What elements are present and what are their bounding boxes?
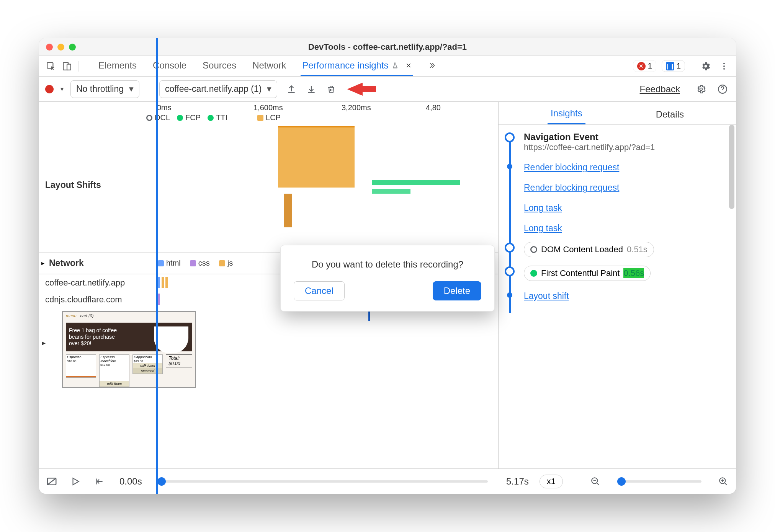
fcp-label: First Contentful Paint [541, 268, 620, 278]
kebab-menu-icon[interactable] [718, 60, 731, 73]
insight-layout-shift[interactable]: Layout shift [518, 289, 728, 301]
long-task-link[interactable]: Long task [524, 223, 562, 233]
cls-segment-2[interactable] [372, 189, 410, 194]
expand-filmstrip-icon[interactable]: ▸ [42, 339, 46, 347]
thumb-promo: Free 1 bag of coffee beans for purchase … [69, 327, 123, 346]
timeline-node-icon [505, 132, 515, 142]
timeline-node-icon [505, 243, 515, 253]
timeline-scrubber[interactable] [157, 480, 488, 483]
time-ruler[interactable]: 0ms 1,600ms 3,200ms 4,80 DCL FCP TTI LCP [39, 102, 498, 126]
insight-render-blocking-2[interactable]: Render blocking request [518, 181, 728, 193]
zoom-in-icon[interactable] [717, 475, 730, 488]
insight-long-task-2[interactable]: Long task [518, 222, 728, 233]
tab-network[interactable]: Network [251, 56, 288, 76]
panel-tabs: Elements Console Sources Network Perform… [97, 56, 438, 76]
insights-list: Navigation Event https://coffee-cart.net… [499, 125, 736, 317]
message-icon: ❙❙ [666, 62, 674, 70]
recording-select[interactable]: coffee-cart.netlify.app (1) ▾ [159, 80, 277, 98]
zoom-slider[interactable] [617, 480, 701, 483]
ring-icon [530, 246, 537, 253]
legend-tti: TTI [208, 113, 227, 122]
layout-shifts-lane[interactable]: Layout Shifts [39, 126, 498, 253]
devtools-tabs-bar: Elements Console Sources Network Perform… [39, 56, 736, 77]
upload-icon[interactable] [284, 82, 299, 96]
close-tab-icon[interactable] [405, 62, 412, 69]
nav-url: https://coffee-cart.netlify.app/?ad=1 [524, 142, 728, 152]
frame-thumbnail[interactable]: menu cart (0) Free 1 bag of coffee beans… [62, 311, 196, 388]
delete-confirm-dialog: Do you want to delete this recording? Ca… [280, 245, 495, 312]
inspect-element-icon[interactable] [44, 60, 57, 73]
legend-lcp: LCP [257, 113, 281, 122]
filmstrip-lane[interactable]: ▸ menu cart (0) Free 1 bag of coffee bea… [39, 308, 498, 392]
svg-rect-6 [361, 86, 376, 92]
feedback-link[interactable]: Feedback [640, 84, 680, 95]
insights-track [509, 135, 511, 313]
rewind-icon[interactable] [93, 475, 106, 488]
cancel-button[interactable]: Cancel [294, 281, 345, 300]
tab-sources[interactable]: Sources [201, 56, 238, 76]
tab-label: Performance insights [302, 60, 388, 71]
screenshot-toggle-icon[interactable] [45, 475, 58, 488]
layout-shift-link[interactable]: Layout shift [524, 291, 569, 301]
svg-point-7 [700, 88, 703, 90]
timeline-node-icon [505, 266, 515, 276]
render-blocking-link[interactable]: Render blocking request [524, 183, 619, 193]
insight-fcp[interactable]: First Contentful Paint 0.56s [518, 266, 728, 281]
scrubber-knob[interactable] [157, 477, 166, 486]
perf-toolbar: ▾ No throttling ▾ coffee-cart.netlify.ap… [39, 77, 736, 102]
download-icon[interactable] [304, 82, 319, 96]
tab-details[interactable]: Details [653, 104, 687, 124]
host-name: coffee-cart.netlify.app [45, 278, 125, 288]
errors-count: 1 [648, 62, 652, 70]
render-blocking-link[interactable]: Render blocking request [524, 162, 619, 173]
insights-tabs: Insights Details [499, 102, 736, 125]
playhead-indicator[interactable] [156, 102, 158, 468]
expand-network-icon[interactable]: ▸ [41, 259, 44, 267]
settings-icon[interactable] [699, 60, 712, 73]
time-start: 0.00s [119, 476, 142, 487]
insight-navigation[interactable]: Navigation Event https://coffee-cart.net… [518, 132, 728, 152]
svg-rect-2 [67, 64, 71, 70]
gear-icon[interactable] [694, 82, 708, 96]
tab-elements[interactable]: Elements [97, 56, 138, 76]
tick-1: 1,600ms [253, 103, 283, 112]
throttling-select[interactable]: No throttling ▾ [70, 80, 139, 98]
insight-render-blocking-1[interactable]: Render blocking request [518, 161, 728, 173]
delete-icon[interactable] [324, 82, 338, 96]
long-task-bar[interactable] [284, 194, 292, 227]
insights-panel: Insights Details Navigation Event https:… [499, 102, 736, 468]
help-icon[interactable] [715, 82, 730, 96]
zoom-out-icon[interactable] [589, 475, 602, 488]
dialog-message: Do you want to delete this recording? [294, 259, 481, 270]
error-icon: ✕ [637, 62, 646, 70]
long-task-link[interactable]: Long task [524, 203, 562, 213]
errors-badge[interactable]: ✕ 1 [633, 60, 656, 72]
window-title: DevTools - coffee-cart.netlify.app/?ad=1 [39, 42, 736, 52]
more-tabs-button[interactable] [426, 56, 438, 76]
tick-2: 3,200ms [342, 103, 371, 112]
cls-segment-1[interactable] [372, 180, 460, 185]
lcp-block[interactable] [278, 126, 355, 188]
dcl-chip[interactable]: DOM Content Loaded 0.51s [524, 242, 654, 257]
tab-insights[interactable]: Insights [548, 103, 585, 124]
record-button[interactable] [45, 85, 54, 93]
delete-button[interactable]: Delete [433, 281, 481, 300]
time-end: 5.17s [506, 476, 529, 487]
play-icon[interactable] [69, 475, 82, 488]
fcp-chip[interactable]: First Contentful Paint 0.56s [524, 266, 651, 281]
insight-dcl[interactable]: DOM Content Loaded 0.51s [518, 242, 728, 257]
legend-dcl: DCL [146, 113, 170, 122]
playback-speed[interactable]: x1 [540, 475, 563, 488]
fcp-time: 0.56s [623, 268, 644, 278]
device-toolbar-icon[interactable] [60, 60, 74, 73]
tab-performance-insights[interactable]: Performance insights [301, 56, 413, 76]
legend-html: html [158, 259, 181, 268]
legend-css: css [190, 259, 210, 268]
record-dropdown-icon[interactable]: ▾ [60, 85, 64, 93]
insight-long-task-1[interactable]: Long task [518, 201, 728, 213]
messages-badge[interactable]: ❙❙ 1 [662, 60, 685, 72]
annotation-arrow-icon [345, 80, 376, 99]
markers-legend: DCL FCP TTI LCP [146, 113, 281, 122]
zoom-knob[interactable] [617, 477, 626, 486]
title-bar: DevTools - coffee-cart.netlify.app/?ad=1 [39, 38, 736, 56]
